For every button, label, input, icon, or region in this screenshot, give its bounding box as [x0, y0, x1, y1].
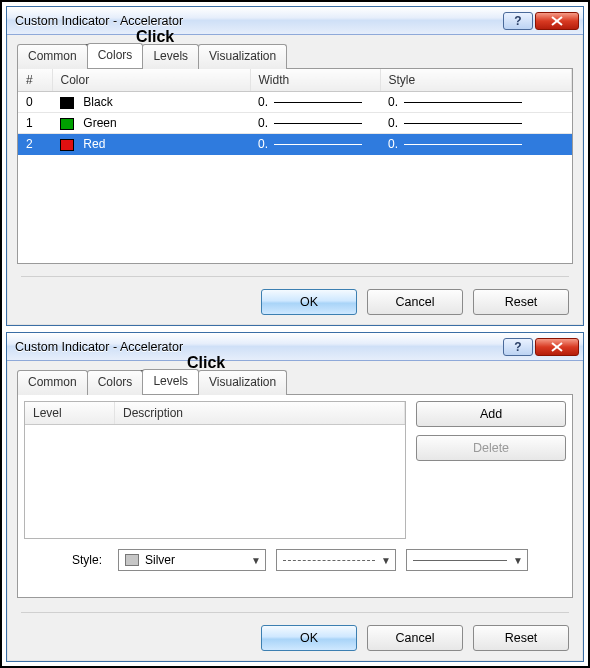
cell-idx: 0 [18, 92, 52, 113]
chevron-down-icon: ▼ [513, 555, 523, 566]
cell-idx: 2 [18, 134, 52, 155]
style-linestyle-dropdown[interactable]: ▼ [276, 549, 396, 571]
close-icon [551, 342, 563, 352]
cell-color: Red [52, 134, 250, 155]
tab-visualization[interactable]: Visualization [198, 370, 287, 395]
titlebar[interactable]: Custom Indicator - Accelerator ? [7, 333, 583, 361]
style-color-value: Silver [145, 553, 175, 567]
add-button[interactable]: Add [416, 401, 566, 427]
cell-color: Black [52, 92, 250, 113]
style-label: Style: [24, 553, 108, 567]
cancel-button[interactable]: Cancel [367, 289, 463, 315]
cancel-button[interactable]: Cancel [367, 625, 463, 651]
separator [21, 276, 569, 277]
tab-levels[interactable]: Levels [142, 369, 199, 394]
width-line-icon [274, 102, 362, 103]
window-title: Custom Indicator - Accelerator [15, 340, 503, 354]
table-row[interactable]: 0 Black 0. 0. [18, 92, 572, 113]
silver-swatch-icon [125, 554, 139, 566]
cell-style: 0. [380, 92, 572, 113]
levels-list[interactable]: Level Description [24, 401, 406, 539]
colors-tab-page: # Color Width Style 0 Black 0. 0. [17, 68, 573, 264]
cell-width: 0. [250, 92, 380, 113]
tabstrip: Common Colors Levels Visualization [7, 35, 583, 68]
width-line-icon [274, 144, 362, 145]
style-lineweight-dropdown[interactable]: ▼ [406, 549, 528, 571]
dialog-levels: Custom Indicator - Accelerator ? Common … [6, 332, 584, 662]
help-button[interactable]: ? [503, 12, 533, 30]
tab-visualization[interactable]: Visualization [198, 44, 287, 69]
cell-idx: 1 [18, 113, 52, 134]
ok-button[interactable]: OK [261, 289, 357, 315]
tab-common[interactable]: Common [17, 370, 88, 395]
tab-levels[interactable]: Levels [142, 44, 199, 69]
cell-color: Green [52, 113, 250, 134]
color-swatch-icon [60, 139, 74, 151]
dialog-buttons: OK Cancel Reset [21, 625, 569, 651]
colors-table[interactable]: # Color Width Style 0 Black 0. 0. [18, 69, 572, 155]
col-header-style[interactable]: Style [380, 69, 572, 92]
chevron-down-icon: ▼ [381, 555, 391, 566]
levels-tab-page: Level Description Add Delete Style: Silv… [17, 394, 573, 598]
color-name: Black [83, 95, 112, 109]
titlebar[interactable]: Custom Indicator - Accelerator ? [7, 7, 583, 35]
tab-common[interactable]: Common [17, 44, 88, 69]
dialog-colors: Custom Indicator - Accelerator ? Common … [6, 6, 584, 326]
reset-button[interactable]: Reset [473, 625, 569, 651]
col-header-width[interactable]: Width [250, 69, 380, 92]
style-color-dropdown[interactable]: Silver ▼ [118, 549, 266, 571]
cell-width: 0. [250, 113, 380, 134]
col-header-description[interactable]: Description [115, 402, 405, 424]
dashed-line-icon [283, 560, 375, 561]
style-line-icon [404, 123, 522, 124]
window-title: Custom Indicator - Accelerator [15, 14, 503, 28]
ok-button[interactable]: OK [261, 625, 357, 651]
delete-button[interactable]: Delete [416, 435, 566, 461]
close-button[interactable] [535, 338, 579, 356]
close-button[interactable] [535, 12, 579, 30]
style-line-icon [404, 144, 522, 145]
reset-button[interactable]: Reset [473, 289, 569, 315]
color-swatch-icon [60, 97, 74, 109]
tab-colors[interactable]: Colors [87, 43, 144, 68]
dialog-buttons: OK Cancel Reset [21, 289, 569, 315]
chevron-down-icon: ▼ [251, 555, 261, 566]
cell-style: 0. [380, 113, 572, 134]
help-button[interactable]: ? [503, 338, 533, 356]
tab-colors[interactable]: Colors [87, 370, 144, 395]
table-row[interactable]: 2 Red 0. 0. [18, 134, 572, 155]
style-row: Style: Silver ▼ ▼ ▼ [18, 545, 572, 579]
col-header-idx[interactable]: # [18, 69, 52, 92]
color-swatch-icon [60, 118, 74, 130]
separator [21, 612, 569, 613]
table-row[interactable]: 1 Green 0. 0. [18, 113, 572, 134]
col-header-color[interactable]: Color [52, 69, 250, 92]
cell-width: 0. [250, 134, 380, 155]
solid-line-icon [413, 560, 507, 561]
col-header-level[interactable]: Level [25, 402, 115, 424]
style-line-icon [404, 102, 522, 103]
cell-style: 0. [380, 134, 572, 155]
color-name: Green [83, 116, 116, 130]
close-icon [551, 16, 563, 26]
color-name: Red [83, 137, 105, 151]
width-line-icon [274, 123, 362, 124]
tabstrip: Common Colors Levels Visualization [7, 361, 583, 394]
